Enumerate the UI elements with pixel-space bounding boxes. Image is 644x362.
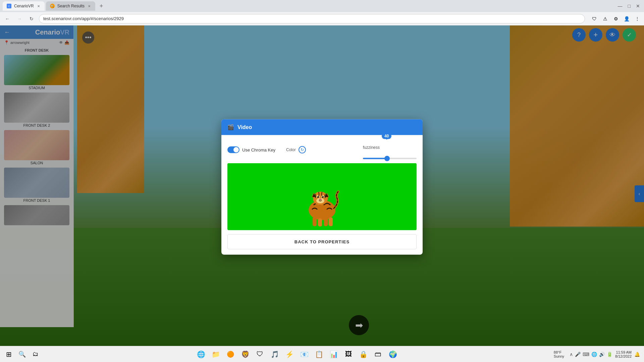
svg-point-10 bbox=[319, 198, 322, 200]
modal-body: Use Chroma Key Color ↻ 40 fuzzines bbox=[221, 135, 423, 255]
time-label: 11:59 AM bbox=[616, 350, 632, 354]
taskbar-app-browser2[interactable]: 🌍 bbox=[386, 348, 399, 361]
warning-icon: ⚠ bbox=[601, 15, 609, 23]
taskbar-app-tasks[interactable]: 📋 bbox=[312, 348, 326, 361]
microphone-icon[interactable]: 🎤 bbox=[575, 352, 581, 357]
keyboard-icon[interactable]: ⌨ bbox=[583, 352, 589, 357]
browser-chrome: C CenarioVR ✕ 🔍 Search Results ✕ + — □ ✕… bbox=[0, 0, 644, 25]
fuzziness-slider-group: 40 fuzziness bbox=[363, 140, 417, 159]
fuzziness-slider[interactable] bbox=[363, 158, 417, 159]
back-to-properties-button[interactable]: BACK TO PROPERTIES bbox=[227, 234, 417, 249]
new-tab-button[interactable]: + bbox=[97, 1, 106, 11]
network-icon[interactable]: 🌐 bbox=[591, 352, 597, 357]
modal-header: 🎬 Video bbox=[221, 119, 423, 135]
taskbar-right: 88°F Sunny ∧ 🎤 ⌨ 🌐 🔊 🔋 11:59 AM 8/12/202… bbox=[550, 350, 644, 358]
address-bar[interactable]: test.scenariovr.com/app/#/scenarios/2929 bbox=[39, 14, 585, 23]
green-screen bbox=[227, 163, 417, 230]
svg-point-9 bbox=[322, 196, 323, 197]
taskbar-app-brave[interactable]: 🦁 bbox=[238, 348, 252, 361]
app-container: ← CenarioVR 📍 arrowwright 👁 📤 FRONT DESK… bbox=[0, 25, 644, 362]
tab-close-scenariovr[interactable]: ✕ bbox=[37, 4, 41, 9]
notification-icon[interactable]: 🔔 bbox=[634, 352, 640, 357]
taskbar-app-ppt[interactable]: 📊 bbox=[327, 348, 340, 361]
battery-icon: 🔋 bbox=[607, 352, 612, 357]
chevron-up-icon[interactable]: ∧ bbox=[570, 352, 573, 357]
refresh-icon: ↻ bbox=[301, 147, 304, 152]
minimize-button[interactable]: — bbox=[616, 2, 624, 10]
taskbar-apps: 🌐 📁 🟠 🦁 🛡 🎵 ⚡ 📧 📋 📊 🖼 🔒 🗃 🌍 bbox=[44, 348, 550, 361]
close-button[interactable]: ✕ bbox=[635, 2, 641, 10]
scenariovr-favicon: C bbox=[7, 4, 11, 8]
tab-title-scenariovr: CenarioVR bbox=[14, 4, 34, 8]
color-refresh-button[interactable]: ↻ bbox=[299, 146, 306, 154]
chroma-key-group: Use Chroma Key bbox=[227, 146, 275, 153]
taskbar-app-files2[interactable]: 🗃 bbox=[371, 348, 385, 361]
tab-search[interactable]: 🔍 Search Results ✕ bbox=[46, 1, 95, 11]
fuzziness-fill bbox=[363, 158, 387, 159]
taskbar-app-edge[interactable]: 🌐 bbox=[194, 348, 208, 361]
taskbar-app-security[interactable]: 🔒 bbox=[357, 348, 370, 361]
taskbar-app-media[interactable]: 🎵 bbox=[268, 348, 281, 361]
modal-controls-row: Use Chroma Key Color ↻ 40 fuzzines bbox=[227, 140, 417, 159]
clock-display: 11:59 AM 8/12/2022 bbox=[615, 350, 632, 358]
color-label: Color bbox=[286, 147, 296, 152]
toggle-knob bbox=[233, 147, 239, 153]
fuzziness-value-badge: 40 bbox=[382, 133, 391, 139]
taskbar-search-button[interactable]: 🔍 bbox=[16, 348, 28, 360]
volume-tray-icon[interactable]: 🔊 bbox=[599, 352, 605, 357]
tab-close-search[interactable]: ✕ bbox=[87, 4, 91, 9]
extensions-icon[interactable]: ⚙ bbox=[612, 15, 620, 23]
video-modal-icon: 🎬 bbox=[227, 124, 234, 130]
fuzziness-label: fuzziness bbox=[363, 145, 380, 150]
system-tray: ∧ 🎤 ⌨ 🌐 🔊 🔋 bbox=[570, 352, 612, 357]
restore-button[interactable]: □ bbox=[627, 2, 632, 10]
taskbar-left: ⊞ 🔍 🗂 bbox=[0, 348, 44, 360]
taskbar: ⊞ 🔍 🗂 🌐 📁 🟠 🦁 🛡 🎵 ⚡ 📧 📋 📊 🖼 🔒 🗃 🌍 88°F S… bbox=[0, 346, 644, 362]
modal-title: Video bbox=[237, 124, 252, 130]
date-label: 8/12/2022 bbox=[615, 354, 632, 358]
taskbar-app-explorer[interactable]: 📁 bbox=[209, 348, 222, 361]
taskbar-app-terminal[interactable]: ⚡ bbox=[283, 348, 296, 361]
back-button[interactable]: ← bbox=[3, 14, 12, 23]
address-text: test.scenariovr.com/app/#/scenarios/2929 bbox=[43, 16, 581, 21]
chroma-key-label: Use Chroma Key bbox=[242, 147, 275, 152]
svg-point-6 bbox=[317, 196, 319, 198]
temperature-label: 88°F bbox=[554, 350, 564, 354]
shield-icon: 🛡 bbox=[590, 15, 598, 23]
taskbar-app-photos[interactable]: 🖼 bbox=[342, 348, 355, 361]
tab-bar-right: — □ ✕ bbox=[616, 2, 641, 10]
svg-point-8 bbox=[317, 196, 318, 197]
nav-icons: 🛡 ⚠ ⚙ 👤 ⋮ bbox=[590, 15, 641, 23]
taskbar-app-chrome[interactable]: 🟠 bbox=[224, 348, 237, 361]
start-button[interactable]: ⊞ bbox=[3, 348, 15, 360]
tab-scenariovr[interactable]: C CenarioVR ✕ bbox=[3, 1, 45, 11]
forward-button[interactable]: → bbox=[15, 14, 24, 23]
svg-point-7 bbox=[322, 196, 324, 198]
chroma-key-toggle[interactable] bbox=[227, 146, 239, 153]
fuzziness-thumb[interactable] bbox=[384, 156, 390, 161]
tiger-figure bbox=[302, 180, 342, 227]
svg-rect-16 bbox=[318, 219, 322, 227]
svg-rect-18 bbox=[329, 218, 333, 226]
nav-bar: ← → ↻ test.scenariovr.com/app/#/scenario… bbox=[0, 12, 644, 25]
svg-rect-15 bbox=[313, 217, 317, 226]
menu-icon[interactable]: ⋮ bbox=[633, 15, 641, 23]
taskbar-files-button[interactable]: 🗂 bbox=[30, 348, 42, 360]
color-section: Color ↻ bbox=[286, 146, 306, 154]
tab-title-search: Search Results bbox=[57, 4, 85, 8]
svg-rect-17 bbox=[324, 217, 328, 226]
search-tab-favicon: 🔍 bbox=[50, 4, 55, 8]
fuzziness-section: 40 fuzziness bbox=[363, 140, 417, 159]
user-icon[interactable]: 👤 bbox=[623, 15, 631, 23]
weather-display: 88°F Sunny bbox=[554, 350, 564, 358]
taskbar-app-vpn[interactable]: 🛡 bbox=[253, 348, 267, 361]
taskbar-app-mail[interactable]: 📧 bbox=[298, 348, 311, 361]
tab-bar: C CenarioVR ✕ 🔍 Search Results ✕ + — □ ✕ bbox=[0, 0, 644, 12]
refresh-button[interactable]: ↻ bbox=[27, 14, 36, 23]
condition-label: Sunny bbox=[554, 354, 564, 358]
video-preview bbox=[227, 163, 417, 230]
video-modal: 🎬 Video Use Chroma Key Color ↻ bbox=[221, 119, 423, 255]
